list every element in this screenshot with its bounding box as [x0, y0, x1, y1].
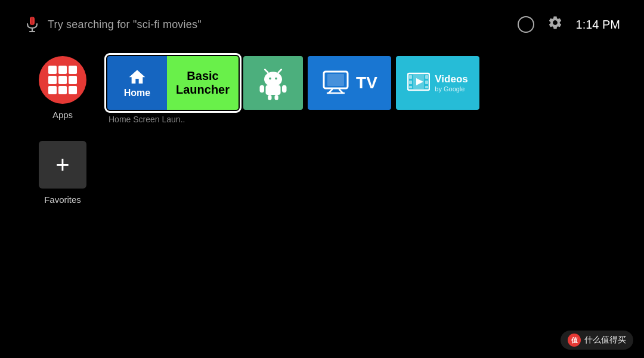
svg-rect-11	[282, 85, 287, 93]
search-area[interactable]: Try searching for "sci-fi movies"	[24, 16, 202, 33]
app-subtitle: Home Screen Laun..	[109, 115, 479, 124]
favorites-item[interactable]: + Favorites	[36, 141, 89, 205]
watermark: 值 什么值得买	[561, 331, 633, 350]
apps-label: Apps	[52, 110, 73, 120]
svg-rect-20	[409, 75, 412, 79]
favorites-row: + Favorites	[36, 141, 620, 205]
mic-icon[interactable]	[24, 16, 41, 33]
circle-icon	[518, 16, 534, 33]
videos-film-icon	[407, 70, 430, 95]
time-display: 1:14 PM	[576, 18, 620, 32]
svg-rect-9	[266, 85, 281, 95]
basic-launcher-label: BasicLauncher	[176, 69, 230, 97]
home-card-left: Home	[107, 56, 167, 110]
android-card[interactable]	[243, 56, 303, 110]
apps-circle[interactable]	[39, 56, 86, 104]
svg-rect-12	[268, 95, 271, 100]
svg-rect-25	[425, 86, 428, 88]
svg-point-6	[275, 78, 277, 80]
svg-point-4	[264, 72, 282, 87]
videos-text-block: Videos by Google	[435, 73, 467, 92]
svg-rect-1	[31, 17, 33, 25]
favorites-label: Favorites	[44, 195, 81, 205]
home-card-label: Home	[124, 88, 150, 98]
top-bar: Try searching for "sci-fi movies" 1:14 P…	[0, 0, 644, 38]
apps-grid-icon	[48, 66, 77, 94]
svg-line-7	[265, 70, 268, 73]
gear-icon[interactable]	[547, 15, 563, 34]
svg-rect-22	[409, 86, 412, 88]
videos-card[interactable]: Videos by Google	[396, 56, 479, 110]
tv-label: TV	[356, 73, 377, 92]
svg-rect-24	[425, 81, 428, 84]
svg-point-5	[269, 78, 271, 80]
videos-subtitle: by Google	[435, 85, 465, 92]
svg-line-8	[278, 70, 281, 73]
top-right: 1:14 PM	[518, 15, 620, 34]
svg-rect-15	[327, 74, 344, 86]
tv-icon	[321, 69, 350, 97]
apps-item[interactable]: Apps	[36, 56, 89, 120]
main-content: Apps Home BasicLauncher	[0, 38, 644, 205]
favorites-box[interactable]: +	[39, 141, 86, 189]
videos-title: Videos	[435, 73, 467, 85]
home-card[interactable]: Home BasicLauncher	[107, 56, 239, 110]
svg-rect-10	[260, 85, 265, 93]
tv-card[interactable]: TV	[308, 56, 391, 110]
svg-rect-21	[409, 81, 412, 84]
app-cards-row: Home BasicLauncher	[107, 56, 479, 110]
svg-rect-23	[425, 75, 428, 79]
apps-section-row: Apps Home BasicLauncher	[36, 56, 620, 124]
watermark-text: 什么值得买	[584, 335, 626, 345]
search-hint: Try searching for "sci-fi movies"	[48, 18, 202, 31]
home-card-right: BasicLauncher	[167, 56, 239, 110]
watermark-logo: 值	[568, 334, 581, 347]
plus-icon: +	[55, 153, 69, 177]
svg-rect-13	[275, 95, 278, 100]
